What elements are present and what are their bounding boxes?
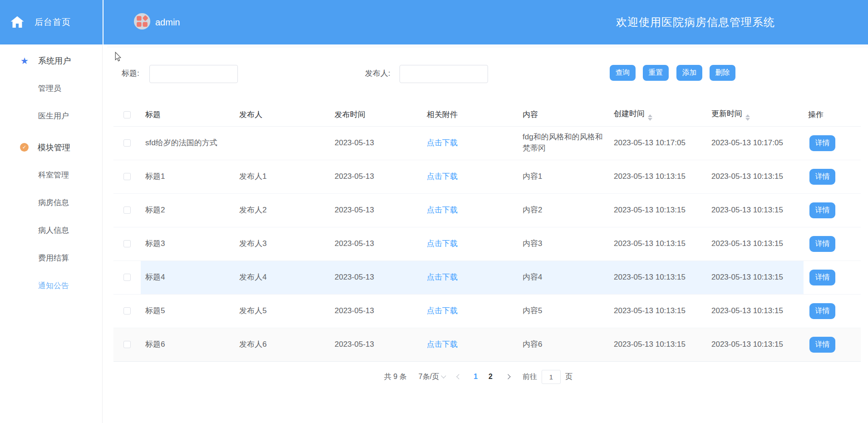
table-row: 标题1发布人12023-05-13点击下载内容12023-05-13 10:13… [113, 160, 861, 193]
page-number-1[interactable]: 1 [473, 373, 478, 381]
sidebar-item-2-4[interactable]: 费用结算 [0, 244, 102, 272]
cell-actions: 详情 [804, 193, 861, 227]
sort-asc-icon [745, 114, 750, 117]
download-link[interactable]: 点击下载 [427, 306, 458, 315]
sidebar-item-2-5[interactable]: 通知公告 [0, 272, 102, 300]
sidebar-group-2[interactable]: ✓模块管理 [0, 133, 102, 161]
page-number-2[interactable]: 2 [488, 373, 493, 381]
sidebar-item-2-3[interactable]: 病人信息 [0, 216, 102, 244]
detail-button[interactable]: 详情 [809, 337, 835, 353]
page-size-select[interactable]: 7条/页 [419, 372, 439, 382]
prev-page-arrow[interactable] [456, 374, 461, 379]
row-checkbox[interactable] [123, 240, 131, 247]
badge-check-icon: ✓ [20, 143, 29, 152]
sidebar-group-1[interactable]: ★系统用户 [0, 47, 102, 74]
detail-button[interactable]: 详情 [809, 236, 835, 252]
column-header-5: 内容 [518, 103, 609, 126]
download-link[interactable]: 点击下载 [427, 340, 458, 349]
avatar [133, 13, 151, 32]
cell-attachment: 点击下载 [422, 294, 518, 328]
detail-button[interactable]: 详情 [809, 270, 835, 285]
column-header-2: 发布人 [235, 103, 330, 126]
sidebar-item-1-2[interactable]: 医生用户 [0, 102, 102, 130]
cell-updated: 2023-05-13 10:13:15 [707, 160, 804, 193]
cell-actions: 详情 [804, 294, 861, 328]
row-checkbox[interactable] [123, 173, 131, 180]
cell-attachment: 点击下载 [422, 126, 518, 160]
download-link[interactable]: 点击下载 [427, 239, 458, 248]
row-checkbox[interactable] [123, 341, 131, 348]
cell-created: 2023-05-13 10:13:15 [609, 160, 707, 193]
chevron-down-icon[interactable] [441, 373, 446, 378]
query-button[interactable]: 查询 [610, 65, 636, 81]
row-checkbox[interactable] [123, 139, 131, 147]
cell-actions: 详情 [804, 160, 861, 193]
column-header-label: 更新时间 [711, 109, 742, 118]
pagination: 共 9 条 7条/页 12 前往 页 [384, 368, 572, 386]
row-select-cell [113, 328, 141, 361]
cell-publisher: 发布人3 [235, 227, 330, 261]
delete-button[interactable]: 删除 [710, 65, 735, 81]
sidebar-home-label: 后台首页 [35, 16, 71, 28]
download-link[interactable]: 点击下载 [427, 138, 458, 147]
row-select-cell [113, 160, 141, 193]
cell-updated: 2023-05-13 10:17:05 [707, 126, 804, 160]
cell-content: 内容6 [518, 328, 609, 361]
sort-caret-icon[interactable] [648, 114, 652, 121]
main-header: admin 欢迎使用医院病房信息管理系统 [104, 0, 868, 44]
cell-title: 标题6 [141, 328, 235, 361]
detail-button[interactable]: 详情 [809, 169, 835, 185]
cell-attachment: 点击下载 [422, 227, 518, 261]
row-checkbox[interactable] [123, 207, 131, 214]
sidebar-item-label: 科室管理 [38, 170, 69, 180]
sidebar-item-2-1[interactable]: 科室管理 [0, 161, 102, 189]
cell-content: fdg和的风格和的风格和梵蒂冈 [518, 126, 609, 160]
row-checkbox[interactable] [123, 307, 131, 315]
sort-caret-icon[interactable] [745, 114, 750, 121]
cell-updated: 2023-05-13 10:13:15 [707, 328, 804, 361]
table-header-row: 标题发布人发布时间相关附件内容创建时间更新时间操作 [113, 103, 861, 126]
download-link[interactable]: 点击下载 [427, 273, 458, 281]
goto-unit: 页 [565, 372, 572, 382]
sort-asc-icon [648, 114, 652, 117]
cell-actions: 详情 [804, 261, 861, 294]
detail-button[interactable]: 详情 [809, 202, 835, 218]
row-select-cell [113, 261, 141, 294]
user-chip[interactable]: admin [133, 0, 180, 44]
reset-button[interactable]: 重置 [643, 65, 669, 81]
detail-button[interactable]: 详情 [809, 135, 835, 151]
pagination-total: 共 9 条 [384, 372, 407, 382]
download-link[interactable]: 点击下载 [427, 206, 458, 214]
column-header-label: 操作 [808, 110, 824, 119]
cell-publish-date: 2023-05-13 [330, 227, 422, 261]
cell-actions: 详情 [804, 126, 861, 160]
cell-attachment: 点击下载 [422, 193, 518, 227]
sidebar-item-label: 费用结算 [38, 253, 69, 263]
select-all-checkbox[interactable] [123, 111, 131, 118]
goto-page-input[interactable] [542, 370, 561, 384]
sidebar-item-label: 病人信息 [38, 225, 69, 236]
add-button[interactable]: 添加 [676, 65, 702, 81]
page-title: 欢迎使用医院病房信息管理系统 [616, 0, 775, 44]
table-body: sfd给岁的法国的方式2023-05-13点击下载fdg和的风格和的风格和梵蒂冈… [113, 126, 861, 361]
sidebar-item-label: 管理员 [38, 83, 61, 93]
next-page-arrow[interactable] [505, 374, 510, 379]
row-checkbox[interactable] [123, 274, 131, 281]
star-icon: ★ [20, 55, 29, 66]
title-filter-input[interactable] [149, 65, 238, 83]
cell-actions: 详情 [804, 328, 861, 361]
select-all-cell [113, 103, 141, 126]
table-head: 标题发布人发布时间相关附件内容创建时间更新时间操作 [113, 103, 861, 126]
sidebar-home[interactable]: 后台首页 [0, 0, 103, 44]
cell-actions: 详情 [804, 227, 861, 261]
content: 标题: 发布人: 查询 重置 添加 删除 标题发布人发布时间相关附件内容创建时间… [103, 44, 868, 423]
cell-publish-date: 2023-05-13 [330, 294, 422, 328]
publisher-filter-input[interactable] [399, 65, 488, 83]
sidebar-item-1-1[interactable]: 管理员 [0, 74, 102, 102]
mouse-cursor [114, 52, 122, 64]
cell-publish-date: 2023-05-13 [330, 328, 422, 361]
detail-button[interactable]: 详情 [809, 303, 835, 319]
cell-title: 标题4 [141, 261, 235, 294]
download-link[interactable]: 点击下载 [427, 172, 458, 181]
sidebar-item-2-2[interactable]: 病房信息 [0, 189, 102, 216]
